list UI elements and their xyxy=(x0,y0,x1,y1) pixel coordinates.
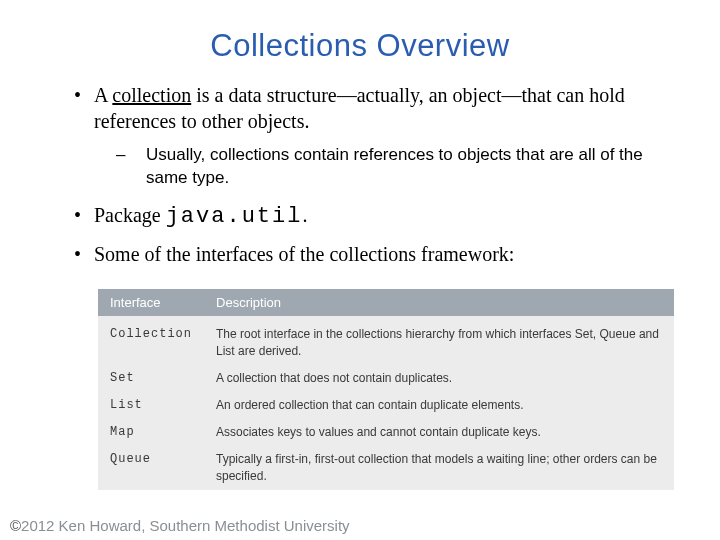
cell-description: Typically a first-in, first-out collecti… xyxy=(204,446,674,489)
cell-description: The root interface in the collections hi… xyxy=(204,316,674,364)
table-row: Queue Typically a first-in, first-out co… xyxy=(98,446,674,489)
bullet-3-text: Some of the interfaces of the collection… xyxy=(94,241,670,267)
table-head-interface: Interface xyxy=(98,289,204,316)
bullet-dot: • xyxy=(58,82,94,134)
interfaces-table: Interface Description Collection The roo… xyxy=(98,289,674,489)
bullet-1: • A collection is a data structure—actua… xyxy=(58,82,670,134)
cell-description: A collection that does not contain dupli… xyxy=(204,365,674,392)
table-row: List An ordered collection that can cont… xyxy=(98,392,674,419)
slide-title: Collections Overview xyxy=(0,0,720,82)
cell-description: Associates keys to values and cannot con… xyxy=(204,419,674,446)
bullet-1-underlined: collection xyxy=(112,84,191,106)
cell-description: An ordered collection that can contain d… xyxy=(204,392,674,419)
table-row: Set A collection that does not contain d… xyxy=(98,365,674,392)
bullet-1-text: A collection is a data structure—actuall… xyxy=(94,82,670,134)
cell-interface: Queue xyxy=(98,446,204,489)
bullet-2-pre: Package xyxy=(94,204,166,226)
bullet-1-pre: A xyxy=(94,84,112,106)
bullet-dash: – xyxy=(116,144,146,190)
bullet-3: • Some of the interfaces of the collecti… xyxy=(58,241,670,267)
bullet-2: • Package java.util. xyxy=(58,202,670,232)
bullet-1-sub: – Usually, collections contain reference… xyxy=(58,144,670,190)
interfaces-table-wrap: Interface Description Collection The roo… xyxy=(98,289,674,489)
footer-author: Ken Howard, Southern Methodist Universit… xyxy=(59,517,350,534)
cell-interface: List xyxy=(98,392,204,419)
bullet-2-text: Package java.util. xyxy=(94,202,670,232)
bullet-dot: • xyxy=(58,241,94,267)
bullet-2-mono: java.util xyxy=(166,204,303,229)
cell-interface: Collection xyxy=(98,316,204,364)
bullet-2-post: . xyxy=(302,204,307,226)
cell-interface: Map xyxy=(98,419,204,446)
copyright-icon: © xyxy=(10,517,21,534)
bullet-dot: • xyxy=(58,202,94,232)
footer-year: 2012 xyxy=(21,517,54,534)
table-head-description: Description xyxy=(204,289,674,316)
table-row: Collection The root interface in the col… xyxy=(98,316,674,364)
bullet-1-sub-text: Usually, collections contain references … xyxy=(146,144,670,190)
footer: ©2012 Ken Howard, Southern Methodist Uni… xyxy=(10,517,350,534)
cell-interface: Set xyxy=(98,365,204,392)
table-row: Map Associates keys to values and cannot… xyxy=(98,419,674,446)
slide-content: • A collection is a data structure—actua… xyxy=(0,82,720,267)
